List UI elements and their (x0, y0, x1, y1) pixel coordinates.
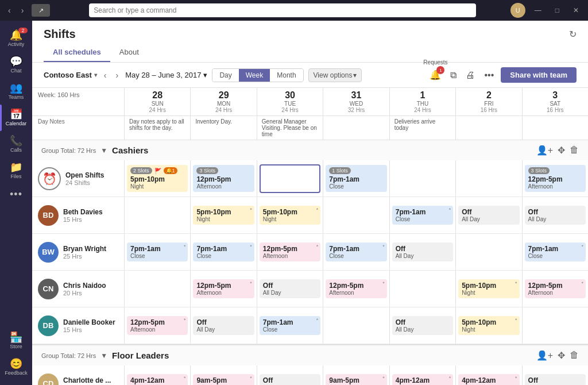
beth-mon[interactable]: 5pm-10pm Night * (190, 197, 256, 233)
cashiers-chevron-icon[interactable]: ▼ (100, 147, 107, 155)
shift-time: 12pm-5pm (329, 282, 383, 290)
location-selector[interactable]: Contoso East ▾ (44, 71, 97, 79)
requests-button[interactable]: 🔔 1 (427, 67, 443, 83)
charlotte-mon[interactable]: 9am-5pm 1st Shift * (190, 365, 256, 385)
forward-button[interactable]: › (18, 5, 28, 16)
print-icon[interactable]: 🖨 (463, 68, 477, 83)
open-shift-wed[interactable]: 1 Slots 7pm-1am Close (323, 160, 389, 197)
corner-icon: * (250, 244, 252, 249)
shift-label: Night (196, 216, 250, 222)
user-avatar[interactable]: U (510, 3, 525, 18)
beth-fri[interactable]: Off All Day (455, 197, 521, 233)
copy-icon[interactable]: ⧉ (448, 68, 459, 83)
maximize-button[interactable]: □ (551, 5, 564, 16)
danielle-mon[interactable]: Off All Day (190, 307, 256, 344)
prev-week-button[interactable]: ‹ (102, 70, 109, 81)
shift-time: 7pm-1am (329, 245, 383, 253)
cashiers-person-icon[interactable]: 👤+ (536, 145, 553, 156)
beth-thu[interactable]: 7pm-1am Close * (389, 197, 455, 233)
chris-fri[interactable]: 5pm-10pm Night * (455, 271, 521, 307)
charlotte-sat[interactable]: Off All Day (522, 365, 588, 385)
charlotte-fri[interactable]: 4pm-12am 1st Shift * (455, 365, 521, 385)
minimize-button[interactable]: — (530, 5, 546, 16)
bryan-sat[interactable]: 7pm-1am Close * (522, 234, 588, 270)
danielle-tue[interactable]: 7pm-1am Close * (257, 307, 323, 344)
floor-leaders-move-icon[interactable]: ✥ (558, 350, 565, 361)
date-col-6: 3 SAT 16 Hrs (522, 88, 588, 116)
bryan-sun[interactable]: 7pm-1am Close * (124, 234, 190, 270)
date-col-4: 1 THU 24 Hrs (389, 88, 455, 116)
bryan-wed[interactable]: 7pm-1am Close * (323, 234, 389, 270)
more-icon: ••• (10, 188, 22, 201)
shift-time: 9am-5pm (196, 376, 250, 384)
shift-time: 9am-5pm (329, 376, 383, 384)
bryan-mon[interactable]: 7pm-1am Close * (190, 234, 256, 270)
close-button[interactable]: ✕ (568, 5, 583, 16)
bryan-thu[interactable]: Off All Day (389, 234, 455, 270)
sidebar-item-calendar[interactable]: 📅 Calendar (0, 105, 32, 131)
sync-icon[interactable]: ↻ (569, 29, 577, 40)
sidebar-item-feedback[interactable]: 😊 Feedback (2, 354, 30, 380)
sidebar-item-calls[interactable]: 📞 Calls (0, 131, 32, 157)
danielle-thu[interactable]: Off All Day (389, 307, 455, 344)
charlotte-thu[interactable]: 4pm-12am 1st Shift * (389, 365, 455, 385)
sidebar-item-more[interactable]: ••• (0, 184, 32, 205)
view-month-button[interactable]: Month (270, 69, 303, 82)
more-options-icon[interactable]: ••• (482, 68, 496, 83)
cashiers-move-icon[interactable]: ✥ (558, 145, 565, 156)
sidebar-item-activity[interactable]: 🔔 Activity 2 (0, 25, 32, 52)
sidebar-item-files[interactable]: 📁 Files (0, 157, 32, 184)
beth-sat[interactable]: Off All Day (522, 197, 588, 233)
sidebar-item-chat[interactable]: 💬 Chat (0, 52, 32, 78)
view-week-button[interactable]: Week (239, 69, 270, 82)
shift-time: 4pm-12am (396, 376, 450, 384)
floor-leaders-chevron-icon[interactable]: ▼ (100, 352, 107, 360)
danielle-sun[interactable]: 12pm-5pm Afternoon * (124, 307, 190, 344)
view-options-button[interactable]: View options ▾ (308, 68, 362, 82)
charlotte-sun[interactable]: 4pm-12am 1st Shift * (124, 365, 190, 385)
view-day-button[interactable]: Day (212, 69, 238, 82)
view-options-label: View options (314, 71, 353, 79)
chris-avatar: CN (38, 279, 59, 299)
charlotte-wed[interactable]: 9am-5pm 1st Shift * (323, 365, 389, 385)
chris-tue[interactable]: Off All Day (257, 271, 323, 307)
corner-icon: * (581, 280, 583, 286)
beth-tue[interactable]: 5pm-10pm Night * (257, 197, 323, 233)
search-input[interactable] (89, 3, 475, 17)
open-shift-tue[interactable] (257, 160, 323, 197)
tab-about[interactable]: About (110, 43, 148, 62)
back-button[interactable]: ‹ (5, 5, 14, 16)
cashiers-delete-icon[interactable]: 🗑 (570, 145, 579, 156)
tab-all-schedules[interactable]: All schedules (44, 43, 110, 62)
danielle-fri[interactable]: 5pm-10pm Night * (455, 307, 521, 344)
floor-leaders-person-icon[interactable]: 👤+ (536, 350, 553, 361)
floor-leaders-delete-icon[interactable]: 🗑 (570, 350, 579, 361)
corner-icon: * (382, 244, 385, 249)
shift-label: Afternoon (196, 183, 250, 190)
shift-time: 5pm-10pm (462, 318, 516, 326)
sidebar-item-teams[interactable]: 👥 Teams (0, 78, 32, 105)
chris-wed[interactable]: 12pm-5pm Afternoon * (323, 271, 389, 307)
date-range[interactable]: May 28 – June 3, 2017 ▾ (125, 71, 207, 79)
floor-leaders-actions: 👤+ ✥ 🗑 (536, 350, 579, 361)
shift-label: Close (329, 253, 383, 259)
app-header: Shifts ↻ All schedules About (32, 21, 588, 63)
shift-label: Close (329, 183, 383, 190)
chris-mon[interactable]: 12pm-5pm Afternoon * (190, 271, 256, 307)
next-week-button[interactable]: › (113, 70, 121, 81)
shift-time: 7pm-1am (396, 208, 450, 216)
window-controls: U — □ ✕ (510, 3, 583, 18)
chris-sat[interactable]: 12pm-5pm Afternoon * (522, 271, 588, 307)
corner-icon: * (184, 375, 186, 381)
open-shift-mon[interactable]: 3 Slots 12pm-5pm Afternoon (190, 160, 256, 197)
shift-label: Close (263, 326, 317, 333)
charlotte-row: CD Charlotte de ... 25 Hrs 4pm-12am 1st … (32, 365, 588, 385)
share-button[interactable]: Share with team (501, 67, 577, 83)
main-content: Shifts ↻ All schedules About Contoso Eas… (32, 21, 588, 385)
sidebar-item-store[interactable]: 🏪 Store (2, 328, 30, 354)
shift-label: Night (263, 216, 317, 222)
open-shift-sun[interactable]: 2 Slots 🚩 🔔1 5pm-10pm Night (124, 160, 190, 197)
bryan-tue[interactable]: 12pm-5pm Afternoon * (257, 234, 323, 270)
charlotte-tue[interactable]: Off All Day (257, 365, 323, 385)
open-shift-sat[interactable]: 3 Slots 12pm-5pm Afternoon (522, 160, 588, 197)
